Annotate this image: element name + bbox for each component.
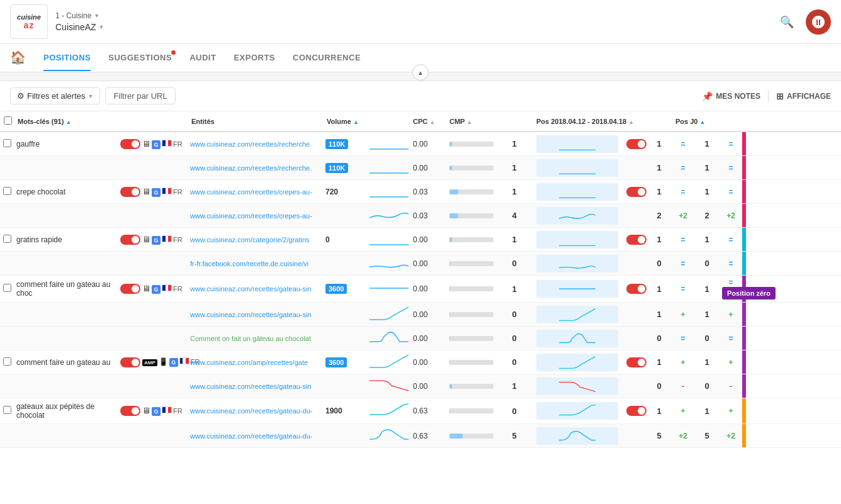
- nav-home[interactable]: 🏠: [10, 43, 26, 72]
- toggle-switch[interactable]: [120, 406, 140, 416]
- url-cell[interactable]: www.cuisineaz.com/amp/recettes/gate: [188, 350, 323, 374]
- sub-url-cell[interactable]: www.cuisineaz.com/recettes/recherche.: [188, 156, 323, 180]
- flag-icon: [179, 357, 189, 366]
- row-checkbox[interactable]: [3, 406, 11, 414]
- avatar[interactable]: [806, 9, 831, 35]
- th-cpc[interactable]: CPC ▲: [409, 111, 446, 132]
- nav-item-exports[interactable]: EXPORTS: [234, 45, 275, 71]
- pos-j0-change-cell: =: [672, 132, 694, 156]
- toggle2-cell: [624, 180, 646, 204]
- nav-item-audit[interactable]: AUDIT: [189, 45, 216, 71]
- toggle-cell: [118, 276, 140, 303]
- sub-change-2: +2: [720, 424, 742, 448]
- nav-item-concurrence[interactable]: CONCURRENCE: [293, 45, 361, 71]
- th-entities[interactable]: Entités: [188, 111, 323, 132]
- th-pos-j0[interactable]: Pos J0 ▲: [672, 111, 746, 132]
- sub-url-cell[interactable]: www.cuisineaz.com/recettes/gateau-sin: [188, 374, 323, 398]
- pos-from-cell: 1: [496, 276, 533, 303]
- url-cell[interactable]: www.cuisineaz.com/categorie/2/gratins: [188, 228, 323, 252]
- row-color-bar: [742, 156, 746, 180]
- th-volume[interactable]: Volume ▲: [323, 111, 368, 132]
- url-cell[interactable]: www.cuisineaz.com/recettes/recherche.: [188, 132, 323, 156]
- pos-change: +2: [726, 211, 735, 220]
- notes-icon: 📌: [702, 91, 713, 101]
- collapse-chevron[interactable]: ▲: [412, 64, 429, 81]
- sub-url-cell[interactable]: Comment on fait un gâteau au chocolat: [188, 327, 323, 350]
- sub-pos-from: 1: [496, 374, 533, 398]
- filter-icon: ⚙: [17, 91, 25, 101]
- sub-url-cell[interactable]: www.cuisineaz.com/recettes/gateau-sin: [188, 303, 323, 327]
- table-row: gateaux aux pépites de chocolat🖥GFRwww.c…: [0, 398, 841, 424]
- url-cell[interactable]: www.cuisineaz.com/recettes/crepes-au-: [188, 180, 323, 204]
- pos-change: =: [681, 334, 686, 343]
- toggle-switch[interactable]: [120, 357, 140, 367]
- th-keywords[interactable]: Mots-clés (91) ▲: [14, 111, 118, 132]
- url-cell[interactable]: www.cuisineaz.com/recettes/gateau-du-: [188, 398, 323, 424]
- th-cmp[interactable]: CMP ▲: [446, 111, 496, 132]
- mini-chart-cell: [368, 180, 409, 204]
- sub-volume-cell: [323, 374, 368, 398]
- volume-cell: 3600: [323, 350, 368, 374]
- pos-from-cell: 0: [496, 350, 533, 374]
- sub-cpc-cell: 0.00: [409, 374, 446, 398]
- toggle-switch-2[interactable]: [626, 187, 646, 197]
- toggle2-cell: [624, 132, 646, 156]
- sub-pos-from: 5: [496, 424, 533, 448]
- toggle-switch-2[interactable]: [626, 406, 646, 416]
- keyword-cell: gratins rapide: [14, 228, 118, 252]
- cpc-cell: 0.00: [409, 228, 446, 252]
- filter-url-button[interactable]: Filtrer par URL: [105, 87, 175, 104]
- filtres-button[interactable]: ⚙ Filtres et alertes ▼: [10, 87, 100, 104]
- site-selector[interactable]: 1 - Cuisine ▼: [55, 11, 104, 20]
- mes-notes-button[interactable]: 📌 MES NOTES: [702, 91, 760, 101]
- pos-from-cell: 0: [496, 398, 533, 424]
- select-all-checkbox[interactable]: [4, 116, 12, 125]
- sub-change: =: [672, 327, 694, 350]
- search-button[interactable]: 🔍: [776, 11, 798, 33]
- mobile-icon: 📱: [159, 357, 168, 366]
- sub-url-cell[interactable]: www.cuisineaz.com/recettes/crepes-au-: [188, 204, 323, 228]
- google-icon: G: [152, 285, 161, 294]
- toggle-switch-2[interactable]: [626, 235, 646, 245]
- sub-change: +2: [672, 424, 694, 448]
- sub-mini-chart: [368, 156, 409, 180]
- pos-change: -: [730, 382, 732, 391]
- sort-asc-icon: ▲: [65, 119, 71, 125]
- row-color-bar: [742, 374, 746, 398]
- table-sub-row: www.cuisineaz.com/recettes/recherche.110…: [0, 156, 841, 180]
- row-checkbox[interactable]: [3, 139, 11, 147]
- affichage-button[interactable]: ⊞ AFFICHAGE: [776, 91, 831, 101]
- icons-cell: 🖥GFR: [140, 228, 188, 252]
- pos-j0-cell: 1: [646, 228, 672, 252]
- collapse-handle[interactable]: ▲: [0, 72, 841, 81]
- nav-item-suggestions[interactable]: SUGGESTIONS: [108, 45, 172, 71]
- row-checkbox[interactable]: [3, 357, 11, 366]
- toggle-switch[interactable]: [120, 235, 140, 245]
- table-row: gauffre🖥GFRwww.cuisineaz.com/recettes/re…: [0, 132, 841, 156]
- toggle-switch-2[interactable]: [626, 357, 646, 367]
- sub-url-cell[interactable]: www.cuisineaz.com/recettes/gateau-du-: [188, 424, 323, 448]
- fr-label: FR: [173, 188, 183, 196]
- table-sub-row: fr-fr.facebook.com/recette.de.cuisine/vi…: [0, 252, 841, 276]
- th-pos-range[interactable]: Pos 2018.04.12 - 2018.04.18 ▲: [533, 111, 646, 132]
- keyword-cell: comment faire un gateau au: [14, 350, 118, 374]
- site-name[interactable]: CuisineAZ ▼: [55, 22, 104, 32]
- sub-url-cell[interactable]: fr-fr.facebook.com/recette.de.cuisine/vi: [188, 252, 323, 276]
- pos-j0-cell-2: 1: [694, 276, 720, 303]
- table-row: crepe chocolat🖥GFRwww.cuisineaz.com/rece…: [0, 180, 841, 204]
- toggle-switch-2[interactable]: [626, 284, 646, 294]
- nav-item-positions[interactable]: POSITIONS: [43, 45, 91, 71]
- chevron-down-icon-2: ▼: [99, 24, 104, 30]
- cpc-cell: 0.00: [409, 350, 446, 374]
- toggle-switch[interactable]: [120, 139, 140, 149]
- toggle-switch[interactable]: [120, 284, 140, 294]
- toggle-switch[interactable]: [120, 187, 140, 197]
- url-cell[interactable]: www.cuisineaz.com/recettes/gateau-sin: [188, 276, 323, 303]
- toggle-switch-2[interactable]: [626, 139, 646, 149]
- row-checkbox[interactable]: [3, 187, 11, 195]
- row-checkbox[interactable]: [3, 235, 11, 243]
- flag-icon: [162, 140, 172, 148]
- toggle2-cell: [624, 228, 646, 252]
- sort-pos-icon: ▲: [628, 119, 634, 125]
- row-checkbox[interactable]: [3, 284, 11, 292]
